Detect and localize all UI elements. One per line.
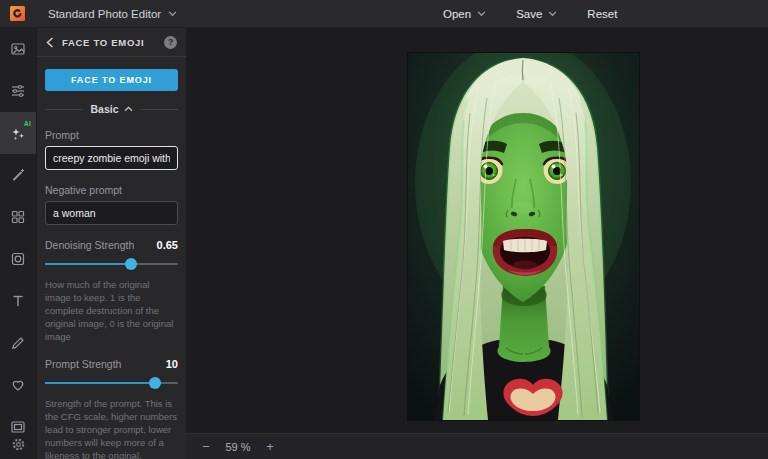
slider-fill [45, 382, 155, 384]
tool-retouch[interactable] [0, 154, 36, 196]
face-to-emoji-panel: FACE TO EMOJI ? FACE TO EMOJI Basic Prom… [36, 28, 186, 459]
panel-body: FACE TO EMOJI Basic Prompt Negative prom… [37, 57, 186, 459]
colorcinch-logo-icon [9, 5, 26, 22]
status-bar: − 59 % + [186, 433, 768, 459]
chevron-down-icon [168, 11, 177, 17]
denoising-strength-group: Denoising Strength 0.65 How much of the … [45, 239, 178, 344]
prompt-input[interactable] [45, 146, 178, 170]
main-area: AI [0, 28, 768, 459]
prompt-strength-slider[interactable] [45, 377, 178, 389]
help-icon[interactable]: ? [164, 36, 177, 49]
zoom-in-button[interactable]: + [260, 437, 280, 457]
file-menu: Open Save Reset [443, 0, 647, 28]
top-bar: Standard Photo Editor Open Save Reset [0, 0, 768, 28]
slider-description: Strength of the prompt. This is the CFG … [45, 397, 178, 459]
tool-rail: AI [0, 28, 36, 459]
back-button[interactable] [46, 37, 54, 48]
tool-text[interactable] [0, 280, 36, 322]
text-icon [10, 293, 26, 309]
ai-sparkles-icon [10, 125, 27, 142]
panel-title: FACE TO EMOJI [62, 37, 156, 48]
zombie-portrait-image [408, 53, 639, 420]
save-button[interactable]: Save [516, 8, 557, 20]
negative-prompt-label: Negative prompt [45, 184, 178, 196]
focus-vignette-icon [10, 251, 26, 267]
slider-track[interactable] [45, 263, 178, 265]
heart-icon [10, 377, 26, 393]
retouch-wand-icon [10, 167, 26, 183]
slider-label: Prompt Strength [45, 358, 121, 370]
denoising-strength-slider[interactable] [45, 258, 178, 270]
app-title: Standard Photo Editor [48, 8, 161, 20]
pencil-icon [10, 335, 26, 351]
app-title-dropdown[interactable]: Standard Photo Editor [48, 8, 177, 20]
adjustments-icon [10, 83, 26, 99]
tool-elements[interactable] [0, 196, 36, 238]
slider-thumb[interactable] [149, 377, 161, 389]
chevron-down-icon [548, 11, 557, 17]
reset-button[interactable]: Reset [587, 8, 617, 20]
ai-badge: AI [24, 120, 31, 127]
zoom-level: 59 % [220, 441, 256, 453]
slider-thumb[interactable] [125, 258, 137, 270]
open-button[interactable]: Open [443, 8, 486, 20]
zoom-out-button[interactable]: − [196, 437, 216, 457]
slider-value: 10 [166, 358, 178, 370]
canvas-image[interactable] [408, 53, 639, 420]
prompt-strength-group: Prompt Strength 10 Strength of the promp… [45, 358, 178, 459]
panel-header: FACE TO EMOJI ? [37, 28, 186, 57]
slider-description: How much of the original image to keep. … [45, 278, 178, 344]
slider-value: 0.65 [157, 239, 178, 251]
tool-favorites[interactable] [0, 364, 36, 406]
basic-section-label: Basic [90, 103, 118, 115]
face-to-emoji-button[interactable]: FACE TO EMOJI [45, 69, 178, 91]
photo-editor-app: Standard Photo Editor Open Save Reset [0, 0, 768, 459]
chevron-up-icon [124, 106, 133, 112]
basic-section-toggle[interactable]: Basic [45, 103, 178, 115]
chevron-left-icon [46, 37, 54, 48]
slider-label: Denoising Strength [45, 239, 134, 251]
tool-adjust[interactable] [0, 70, 36, 112]
tool-draw[interactable] [0, 322, 36, 364]
tool-focus[interactable] [0, 238, 36, 280]
canvas-area: − 59 % + [186, 28, 768, 459]
prompt-label: Prompt [45, 129, 178, 141]
slider-fill [45, 263, 131, 265]
photo-icon [10, 41, 26, 57]
tool-photo[interactable] [0, 28, 36, 70]
gear-icon [11, 437, 26, 452]
negative-prompt-input[interactable] [45, 201, 178, 225]
elements-grid-icon [10, 209, 26, 225]
tool-ai-tools[interactable]: AI [0, 112, 36, 154]
chevron-down-icon [477, 11, 486, 17]
tool-settings[interactable] [0, 431, 36, 457]
